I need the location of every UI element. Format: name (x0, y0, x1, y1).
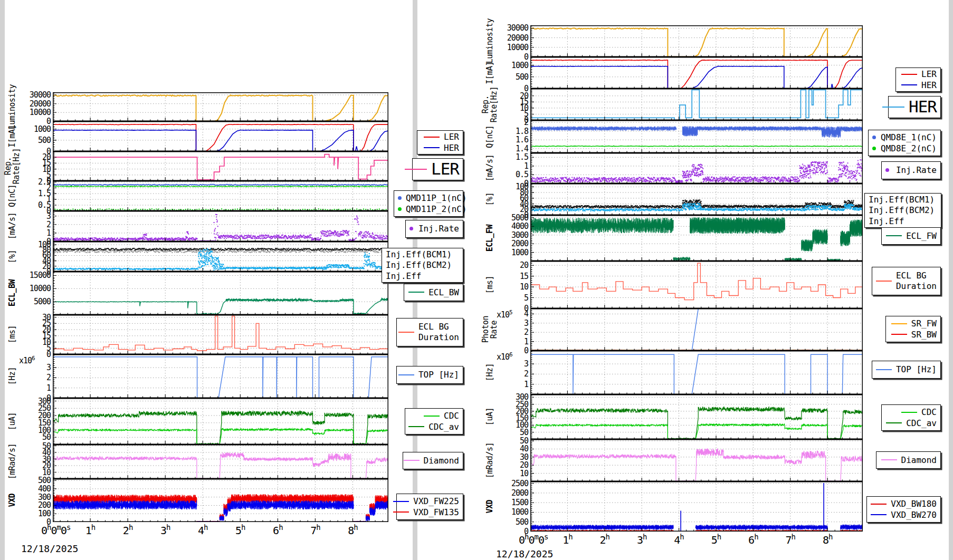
y-tick-label: 1.8 (500, 127, 528, 136)
y-tick-label: 20 (500, 260, 528, 270)
legend-label: Inj.Eff(BCM2) (869, 205, 935, 216)
y-tick-label: 30000 (500, 23, 528, 33)
legend-ecl-bg: ECL BG Duration (872, 267, 941, 295)
panel-top-rate (530, 351, 863, 394)
beam-monitor-screen: 0100002000030000Luminosity05001000I[mA]0… (0, 0, 953, 560)
legend-entry: SR_BW (890, 330, 937, 340)
legend-entry: Inj.Eff (869, 216, 937, 227)
legend-entry: CDC_av (885, 418, 937, 429)
y-tick-label: 10000 (500, 43, 528, 52)
y-tick-label: 1.4 (500, 144, 528, 153)
legend-label: Diamond (901, 455, 937, 466)
y-tick-label: 2500 (500, 479, 528, 488)
right-date: 12/18/2025 (496, 548, 553, 559)
panel-inj-eff (530, 184, 863, 215)
legend-line-marker (891, 334, 907, 335)
legend-entry: QMD8E_1(nC) (872, 132, 937, 143)
y-tick-label: 20 (500, 91, 528, 101)
y-tick-label: 1 (500, 380, 528, 389)
legend-dot-marker (872, 136, 876, 139)
y-axis-label-vxd: VXD (481, 481, 500, 532)
legend-label: QMD8E_2(nC) (881, 143, 937, 154)
legend-diamond: Diamond (876, 451, 941, 469)
y-tick-label: 10 (500, 469, 528, 478)
panel-ecl-bg-duration (530, 261, 863, 308)
y-axis-label-luminosity: Luminosity (481, 25, 500, 57)
y-tick-label: 1000 (500, 248, 528, 257)
axis-multiplier-label: x105 (497, 309, 512, 320)
panel-vxd (530, 481, 863, 532)
y-tick-label: 3 (500, 318, 528, 328)
y-axis-label-charge: Q[nC] (481, 120, 500, 153)
y-tick-label: 20 (500, 460, 528, 470)
y-tick-label: 1 (500, 337, 528, 346)
left-date: 12/18/2025 (21, 543, 78, 554)
legend-vxd: VXD_BW180VXD_BW270 (866, 496, 941, 523)
legend-qmd: QMD8E_1(nC)QMD8E_2(nC) (868, 130, 941, 156)
legend-line-marker (871, 514, 887, 515)
legend-label: VXD_BW180 (891, 499, 937, 509)
legend-line-marker (891, 323, 907, 324)
legend-ecl-fw: ECL_FW (881, 227, 941, 245)
legend-entry: VXD_BW270 (871, 510, 937, 520)
y-tick-label: 15 (500, 272, 528, 281)
legend-label: Inj.Eff (869, 216, 904, 227)
x-tick-label: 3h (637, 533, 646, 546)
y-tick-label: 5 (500, 293, 528, 303)
y-tick-label: 1000 (500, 507, 528, 517)
legend-entry: Diamond (880, 455, 937, 466)
panel-photon-rate (530, 308, 863, 351)
legend-line-marker (881, 459, 897, 460)
panel-ecl-fw (530, 215, 863, 261)
y-tick-label: 1.5 (500, 152, 528, 162)
legend-label: VXD_BW270 (891, 510, 937, 520)
y-tick-label: 2 (500, 369, 528, 379)
legend-label: ECL BG Duration (896, 271, 937, 291)
legend-label: HER (921, 80, 937, 91)
legend-entry: HER (900, 80, 937, 91)
y-tick-label: 40 (500, 444, 528, 453)
y-tick-label: 2 (500, 118, 528, 127)
y-tick-label: 20000 (500, 33, 528, 43)
y-tick-label: 2000 (500, 488, 528, 498)
legend-label: CDC (921, 407, 937, 418)
y-tick-label: 500 (500, 72, 528, 82)
legend-label: HER (909, 97, 937, 117)
right-chart: 0100002000030000Luminosity05001000I[mA]0… (0, 0, 953, 560)
legend-label: Inj.Eff(BCM1) (869, 195, 935, 205)
legend-entry: Inj.Eff(BCM2) (869, 205, 937, 216)
y-axis-label-diamond: [mRad/s] (481, 439, 500, 481)
legend-entry: TOP [Hz] (876, 364, 937, 375)
legend-entry: ECL_FW (885, 231, 937, 242)
y-tick-label: 1000 (500, 61, 528, 70)
legend-label: SR_BW (911, 330, 937, 340)
y-tick-label: 0.5 (500, 170, 528, 179)
y-tick-label: 2 (500, 327, 528, 337)
x-tick-label: 0h0m0s (519, 533, 548, 546)
legend-line-marker (886, 422, 902, 423)
y-tick-label: 3000 (500, 230, 528, 240)
legend-line-marker (901, 84, 917, 85)
panel-rep-rate (530, 89, 863, 120)
legend-label: Inj.Rate (896, 165, 937, 176)
y-tick-label: 500 (500, 517, 528, 527)
legend-entry: QMD8E_2(nC) (872, 143, 937, 154)
y-axis-label-inj-eff: [%] (481, 184, 500, 215)
y-axis-label-ecl-bg-duration: [ms] (481, 261, 500, 308)
legend-label: LER (921, 69, 937, 80)
x-tick-label: 8h (823, 533, 832, 546)
x-tick-label: 2h (600, 533, 609, 546)
y-axis-label-inj-rate: [mA/s] (481, 153, 500, 184)
legend-line-marker (886, 235, 902, 236)
panel-beam-current (530, 57, 863, 89)
legend-entry: HER (892, 97, 937, 117)
panel-cdc-current (530, 394, 863, 439)
legend-inj-eff: Inj.Eff(BCM1)Inj.Eff(BCM2)Inj.Eff (864, 193, 941, 228)
x-tick-label: 1h (563, 533, 572, 546)
y-tick-label: 1500 (500, 498, 528, 507)
legend-dot-marker (872, 147, 876, 150)
legend-top: TOP [Hz] (872, 361, 941, 379)
panel-diamond (530, 439, 863, 481)
x-tick-label: 7h (785, 533, 795, 546)
legend-label: ECL_FW (906, 231, 937, 242)
